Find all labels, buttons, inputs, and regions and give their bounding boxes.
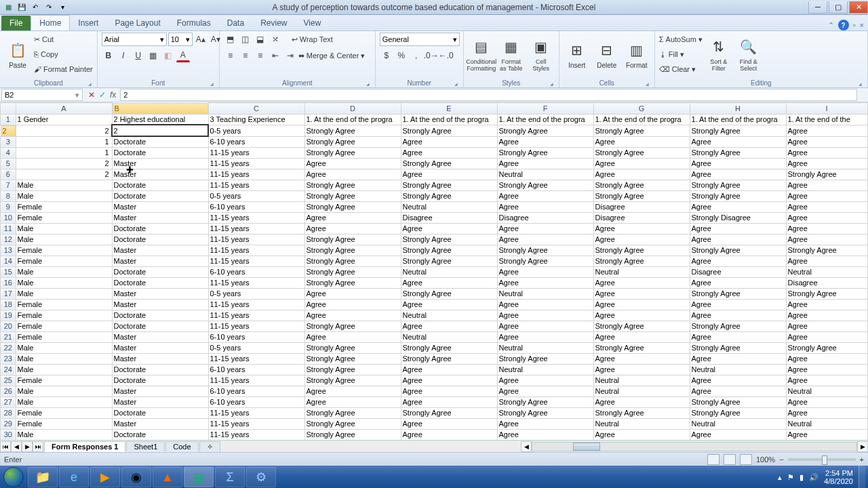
- cell[interactable]: Agree: [690, 277, 786, 288]
- cell[interactable]: Master: [112, 353, 208, 364]
- row-header[interactable]: 20: [1, 321, 16, 331]
- cell[interactable]: Master: [112, 212, 208, 223]
- cell[interactable]: Agree: [304, 299, 401, 310]
- cell[interactable]: 11-15 years: [208, 245, 304, 256]
- cell[interactable]: Doctorate: [112, 364, 208, 375]
- cell-editor[interactable]: [114, 125, 207, 136]
- cell[interactable]: Agree: [593, 299, 690, 310]
- cell[interactable]: 11-15 years: [208, 407, 304, 418]
- start-button[interactable]: [0, 466, 27, 488]
- cell[interactable]: Agree: [497, 310, 593, 321]
- cell[interactable]: Strongly Agree: [304, 353, 401, 364]
- cell[interactable]: Agree: [786, 223, 867, 234]
- cell[interactable]: Agree: [497, 190, 593, 201]
- cell[interactable]: 2: [16, 158, 112, 169]
- cell[interactable]: Agree: [786, 321, 867, 331]
- fill-color-button[interactable]: ◧: [161, 49, 175, 62]
- row-header[interactable]: 22: [1, 342, 16, 353]
- cell[interactable]: Strongly Agree: [304, 201, 401, 212]
- cell[interactable]: 11-15 years: [208, 158, 304, 169]
- cell[interactable]: Agree: [304, 212, 401, 223]
- cell[interactable]: Disagree: [593, 201, 690, 212]
- taskbar-clock[interactable]: 2:54 PM4/8/2020: [824, 469, 853, 485]
- task-app1[interactable]: Σ: [215, 467, 245, 487]
- insert-cells-button[interactable]: ⊞Insert: [564, 33, 591, 76]
- cell[interactable]: 11-15 years: [208, 256, 304, 266]
- indent-inc-icon[interactable]: ⇥: [283, 49, 297, 62]
- cell[interactable]: Strongly Agree: [593, 147, 690, 158]
- cell[interactable]: Agree: [497, 201, 593, 212]
- cell[interactable]: Strongly Agree: [690, 288, 786, 299]
- sheet-tab[interactable]: Code: [165, 441, 198, 451]
- cell[interactable]: Doctorate: [112, 190, 208, 201]
- cell[interactable]: Male: [16, 396, 112, 407]
- indent-dec-icon[interactable]: ⇤: [269, 49, 282, 62]
- cell[interactable]: Strongly Agree: [401, 353, 497, 364]
- cell[interactable]: Strongly Agree: [401, 245, 497, 256]
- tab-page-layout[interactable]: Page Layout: [106, 16, 168, 30]
- cell[interactable]: Agree: [593, 234, 690, 245]
- cell[interactable]: Agree: [401, 396, 497, 407]
- row-header[interactable]: 16: [1, 277, 16, 288]
- cell[interactable]: Agree: [690, 299, 786, 310]
- cell[interactable]: Male: [16, 234, 112, 245]
- inc-decimal-icon[interactable]: .0→: [425, 49, 438, 62]
- tab-nav-next[interactable]: ▶: [22, 441, 33, 452]
- tab-review[interactable]: Review: [252, 16, 295, 30]
- cell[interactable]: Agree: [786, 201, 867, 212]
- tab-nav-first[interactable]: ⏮: [0, 441, 11, 452]
- task-vlc[interactable]: ▲: [153, 467, 182, 487]
- format-as-table-button[interactable]: ▦Format as Table: [498, 33, 525, 76]
- cell[interactable]: Strongly Agree: [401, 407, 497, 418]
- cell[interactable]: Strongly Agree: [497, 256, 593, 266]
- hscroll-right[interactable]: ▶: [857, 441, 868, 452]
- cell[interactable]: Agree: [401, 277, 497, 288]
- cell[interactable]: 11-15 years: [208, 223, 304, 234]
- cell[interactable]: Disagree: [593, 212, 690, 223]
- cell[interactable]: Neutral: [497, 342, 593, 353]
- row-header[interactable]: 18: [1, 299, 16, 310]
- cell[interactable]: 0-5 years: [208, 125, 304, 136]
- cell[interactable]: Doctorate: [112, 147, 208, 158]
- cell[interactable]: Strongly Agree: [593, 321, 690, 331]
- cell[interactable]: Male: [16, 288, 112, 299]
- name-box[interactable]: B2▾: [1, 89, 83, 101]
- cell[interactable]: Strongly Agree: [401, 180, 497, 190]
- cell[interactable]: 11-15 years: [208, 353, 304, 364]
- cell[interactable]: 11-15 years: [208, 180, 304, 190]
- cell[interactable]: Agree: [690, 429, 786, 440]
- row-header[interactable]: 29: [1, 418, 16, 429]
- show-desktop-button[interactable]: [859, 466, 865, 488]
- cell[interactable]: Agree: [593, 353, 690, 364]
- cell[interactable]: Agree: [786, 136, 867, 147]
- cell[interactable]: Strongly Agree: [593, 407, 690, 418]
- cell[interactable]: Strongly Agree: [304, 407, 401, 418]
- cell[interactable]: Strongly Agree: [786, 288, 867, 299]
- cell[interactable]: Strongly Agree: [593, 180, 690, 190]
- cell[interactable]: Agree: [304, 288, 401, 299]
- cell[interactable]: 2: [16, 125, 112, 136]
- save-icon[interactable]: 💾: [16, 2, 27, 13]
- bold-button[interactable]: B: [102, 49, 115, 62]
- cell[interactable]: Female: [16, 299, 112, 310]
- cell[interactable]: Female: [16, 321, 112, 331]
- cell[interactable]: Neutral: [786, 386, 867, 396]
- cell[interactable]: Strongly Agree: [401, 190, 497, 201]
- cell[interactable]: 2: [16, 169, 112, 180]
- cell[interactable]: Agree: [786, 147, 867, 158]
- cell[interactable]: Disagree: [497, 212, 593, 223]
- cell[interactable]: Agree: [401, 223, 497, 234]
- font-name-select[interactable]: Arial▾: [102, 33, 167, 46]
- row-header[interactable]: 19: [1, 310, 16, 321]
- cell[interactable]: Strongly Agree: [690, 407, 786, 418]
- task-app2[interactable]: ⚙: [246, 467, 276, 487]
- cell[interactable]: 11-15 years: [208, 375, 304, 386]
- cell[interactable]: 11-15 years: [208, 418, 304, 429]
- cell[interactable]: 1. At the end of the progra: [401, 114, 497, 125]
- font-color-button[interactable]: A: [176, 49, 190, 62]
- cell[interactable]: Female: [16, 212, 112, 223]
- cell[interactable]: Neutral: [401, 331, 497, 342]
- cell[interactable]: Strongly Agree: [786, 342, 867, 353]
- cell[interactable]: Agree: [786, 180, 867, 190]
- tray-volume-icon[interactable]: 🔊: [809, 473, 818, 482]
